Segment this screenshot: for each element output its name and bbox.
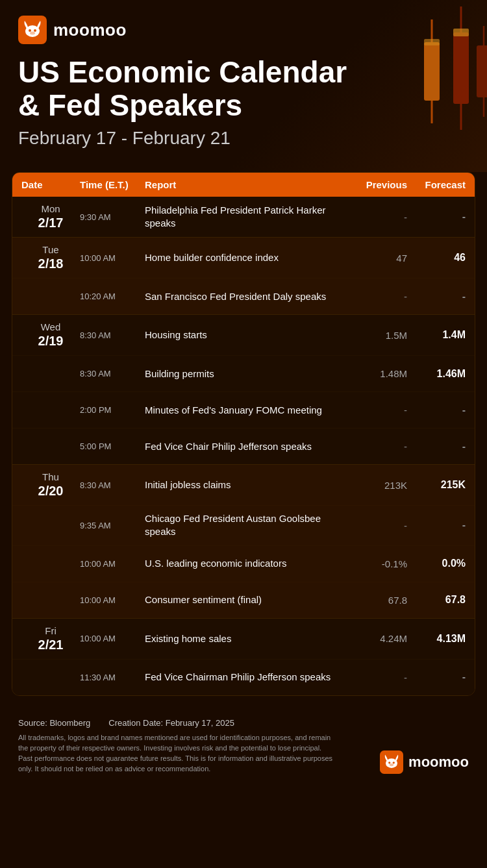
svg-point-5	[34, 29, 36, 32]
day-date: 2/18	[21, 256, 80, 271]
main-title: US Economic Calendar & Fed Speakers	[18, 56, 382, 121]
footer-section: Source: Bloomberg Creation Date: Februar…	[0, 709, 487, 781]
time-cell: 2:00 PM	[80, 405, 145, 415]
time-cell: 10:00 AM	[80, 559, 145, 569]
report-cell: Fed Vice Chairman Philip Jefferson speak…	[145, 671, 349, 684]
time-cell: 8:30 AM	[80, 330, 145, 340]
table-row: 5:00 PMFed Vice Chair Philip Jefferson s…	[12, 428, 475, 464]
table-row: Wed2/198:30 AMHousing starts1.5M1.4M	[12, 315, 475, 355]
time-cell: 10:20 AM	[80, 291, 145, 301]
svg-point-21	[390, 763, 394, 766]
time-cell: 11:30 AM	[80, 673, 145, 682]
report-cell: San Francisco Fed President Daly speaks	[145, 290, 349, 303]
report-cell: Housing starts	[145, 329, 349, 341]
logo-text: moomoo	[53, 20, 127, 40]
prev-cell: -	[349, 291, 407, 302]
report-cell: Philadelphia Fed President Patrick Harke…	[145, 204, 349, 230]
footer-logo: moomoo	[380, 750, 469, 774]
time-cell: 8:30 AM	[80, 369, 145, 378]
table-row: 2:00 PMMinutes of Fed's January FOMC mee…	[12, 391, 475, 428]
footer-top: Source: Bloomberg Creation Date: Februar…	[18, 718, 469, 728]
svg-point-6	[30, 32, 35, 35]
table-row: Thu2/208:30 AMInitial jobless claims213K…	[12, 465, 475, 505]
report-cell: Home builder confidence index	[145, 251, 349, 264]
day-label: Wed2/19	[21, 321, 80, 349]
prev-cell: -	[349, 404, 407, 415]
table-row: Tue2/1810:00 AMHome builder confidence i…	[12, 238, 475, 278]
report-cell: U.S. leading economic indicators	[145, 557, 349, 570]
day-group: Thu2/208:30 AMInitial jobless claims213K…	[12, 464, 475, 618]
svg-point-4	[29, 29, 31, 32]
time-cell: 9:30 AM	[80, 212, 145, 222]
fore-cell: 4.13M	[407, 633, 466, 645]
svg-point-20	[393, 762, 395, 764]
prev-cell: -	[349, 672, 407, 683]
svg-rect-10	[424, 42, 440, 101]
day-date: 2/17	[21, 215, 80, 230]
prev-cell: 1.5M	[349, 330, 407, 341]
fore-cell: -	[407, 519, 466, 531]
table-row: 9:35 AMChicago Fed President Austan Gool…	[12, 505, 475, 545]
table-body: Mon2/179:30 AMPhiladelphia Fed President…	[12, 197, 475, 695]
report-cell: Chicago Fed President Austan Goolsbee sp…	[145, 512, 349, 539]
day-label: Tue2/18	[21, 244, 80, 271]
day-group: Mon2/179:30 AMPhiladelphia Fed President…	[12, 197, 475, 237]
fore-cell: -	[407, 404, 466, 416]
fore-cell: -	[407, 211, 466, 223]
fore-cell: 67.8	[407, 594, 466, 606]
svg-point-19	[388, 762, 390, 764]
fore-cell: 1.46M	[407, 368, 466, 380]
svg-rect-11	[453, 29, 469, 36]
footer-logo-text: moomoo	[408, 754, 469, 771]
table-container: Date Time (E.T.) Report Previous Forecas…	[12, 172, 475, 696]
report-cell: Minutes of Fed's January FOMC meeting	[145, 404, 349, 417]
prev-cell: -0.1%	[349, 558, 407, 569]
fore-cell: 1.4M	[407, 329, 466, 341]
col-report: Report	[145, 179, 349, 190]
time-cell: 10:00 AM	[80, 595, 145, 605]
day-name: Fri	[21, 625, 80, 637]
day-date: 2/19	[21, 333, 80, 349]
table-row: 8:30 AMBuilding permits1.48M1.46M	[12, 355, 475, 391]
col-time: Time (E.T.)	[80, 179, 145, 190]
col-fore: Forecast	[407, 179, 466, 190]
time-cell: 8:30 AM	[80, 480, 145, 490]
prev-cell: 213K	[349, 480, 407, 491]
footer-bottom: All trademarks, logos and brand names me…	[18, 733, 469, 775]
day-label: Thu2/20	[21, 471, 80, 499]
fore-cell: 0.0%	[407, 558, 466, 569]
svg-rect-12	[424, 39, 440, 45]
time-cell: 10:00 AM	[80, 253, 145, 263]
day-name: Tue	[21, 244, 80, 256]
report-cell: Fed Vice Chair Philip Jefferson speaks	[145, 440, 349, 453]
fore-cell: -	[407, 291, 466, 303]
table-row: Fri2/2110:00 AMExisting home sales4.24M4…	[12, 619, 475, 659]
fore-cell: 46	[407, 252, 466, 264]
prev-cell: -	[349, 212, 407, 223]
day-date: 2/21	[21, 637, 80, 652]
report-cell: Consumer sentiment (final)	[145, 593, 349, 606]
day-date: 2/20	[21, 483, 80, 499]
disclaimer: All trademarks, logos and brand names me…	[18, 733, 336, 775]
prev-cell: 67.8	[349, 595, 407, 606]
svg-rect-8	[453, 32, 469, 104]
table-header: Date Time (E.T.) Report Previous Forecas…	[12, 173, 475, 197]
moomoo-logo-icon	[18, 16, 47, 44]
table-row: 10:00 AMConsumer sentiment (final)67.867…	[12, 582, 475, 618]
day-name: Mon	[21, 203, 80, 215]
time-cell: 9:35 AM	[80, 521, 145, 530]
footer-date: Creation Date: February 17, 2025	[108, 718, 234, 728]
report-cell: Initial jobless claims	[145, 478, 349, 491]
day-name: Wed	[21, 321, 80, 333]
time-cell: 5:00 PM	[80, 441, 145, 451]
table-row: Mon2/179:30 AMPhiladelphia Fed President…	[12, 197, 475, 237]
table-row: 11:30 AMFed Vice Chairman Philip Jeffers…	[12, 659, 475, 695]
day-label: Fri2/21	[21, 625, 80, 652]
prev-cell: 47	[349, 253, 407, 264]
day-label: Mon2/17	[21, 203, 80, 230]
footer-logo-icon	[380, 750, 403, 774]
col-date: Date	[21, 179, 80, 190]
fore-cell: -	[407, 441, 466, 453]
prev-cell: 4.24M	[349, 633, 407, 644]
table-row: 10:00 AMU.S. leading economic indicators…	[12, 545, 475, 582]
